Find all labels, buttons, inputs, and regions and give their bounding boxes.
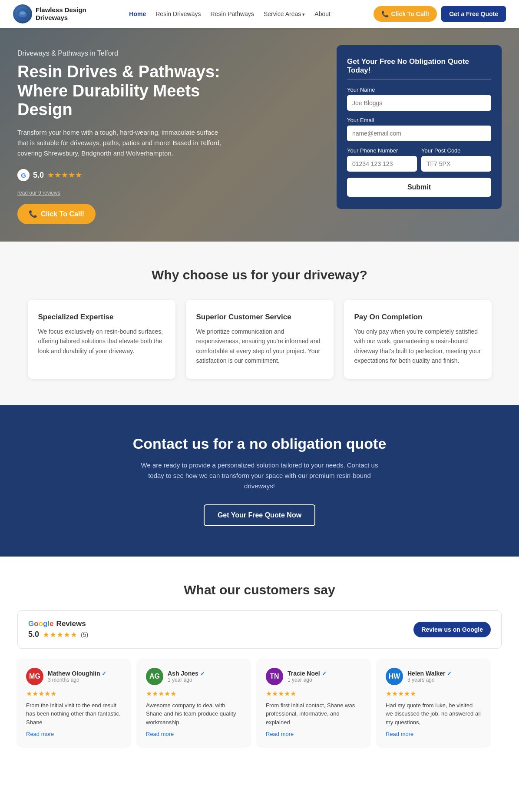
reviews-overall-rating: 5.0	[28, 630, 39, 639]
quote-form: Get Your Free No Obligation Quote Today!…	[337, 45, 502, 209]
review-0-stars: ★★★★★	[26, 689, 122, 698]
review-0-time: 3 months ago	[48, 677, 106, 683]
google-reviews-label: Google Reviews	[28, 620, 88, 628]
read-reviews-link[interactable]: read our 9 reviews	[17, 190, 226, 196]
reviews-heading: What our customers say	[17, 583, 502, 597]
review-0-text: From the initial visit to the end result…	[26, 701, 122, 727]
google-icon: G	[17, 169, 30, 181]
nav-resin-driveways[interactable]: Resin Driveways	[155, 10, 201, 17]
hero-call-button[interactable]: 📞 Click To Call!	[17, 204, 96, 224]
phone-field-group: Your Phone Number	[347, 147, 417, 172]
review-1-avatar: AG	[146, 668, 163, 685]
why-card-0-title: Specialized Expertise	[38, 313, 165, 321]
why-card-1: Superior Customer Service We prioritize …	[186, 300, 334, 379]
why-card-0: Specialized Expertise We focus exclusive…	[28, 300, 175, 379]
phone-input[interactable]	[347, 156, 417, 172]
google-colored-g: Google	[28, 620, 54, 628]
why-card-2-desc: You only pay when you're completely sati…	[354, 327, 481, 366]
review-card-0: MG Mathew Oloughlin ✓ 3 months ago ★★★★★…	[17, 659, 130, 747]
review-0-read-more[interactable]: Read more	[26, 731, 54, 737]
postcode-label: Your Post Code	[421, 147, 491, 154]
review-1-stars: ★★★★★	[146, 689, 241, 698]
review-2-text: From first initial contact, Shane was pr…	[266, 701, 361, 727]
email-label: Your Email	[347, 117, 491, 123]
form-divider	[347, 79, 491, 80]
name-field-group: Your Name	[347, 86, 491, 111]
why-card-1-title: Superior Customer Service	[196, 313, 323, 321]
review-3-avatar: HW	[386, 668, 403, 685]
hero-desc: Transform your home with a tough, hard-w…	[17, 127, 226, 159]
why-cards: Specialized Expertise We focus exclusive…	[17, 300, 502, 379]
hero-stars: ★★★★★	[47, 170, 82, 180]
nav-home[interactable]: Home	[129, 10, 146, 17]
why-heading: Why choose us for your driveway?	[17, 268, 502, 282]
review-3-meta: Helen Walker ✓ 3 years ago	[407, 670, 452, 683]
reviews-count: (5)	[81, 631, 88, 638]
review-2-read-more[interactable]: Read more	[266, 731, 294, 737]
review-1-text: Awesome company to deal with. Shane and …	[146, 701, 241, 727]
reviews-section: What our customers say Google Reviews 5.…	[0, 557, 519, 773]
why-card-2-title: Pay On Completion	[354, 313, 481, 321]
reviews-label-text: Reviews	[56, 620, 86, 628]
review-2-stars: ★★★★★	[266, 689, 361, 698]
email-field-group: Your Email	[347, 117, 491, 141]
phone-icon: 📞	[381, 10, 389, 17]
email-input[interactable]	[347, 126, 491, 141]
cta-heading: Contact us for a no obligation quote	[17, 435, 502, 452]
nav-resin-pathways[interactable]: Resin Pathways	[210, 10, 254, 17]
review-2-name: Tracie Noel ✓	[288, 670, 327, 677]
review-2-time: 1 year ago	[288, 677, 327, 683]
review-google-button[interactable]: Review us on Google	[413, 622, 491, 637]
review-2-verified: ✓	[322, 670, 327, 677]
review-0-verified: ✓	[102, 670, 106, 677]
nav-about[interactable]: About	[314, 10, 331, 17]
review-0-avatar: MG	[26, 668, 43, 685]
reviews-header: Google Reviews 5.0 ★★★★★ (5) Review us o…	[17, 610, 502, 649]
postcode-input[interactable]	[421, 156, 491, 172]
phone-icon: 📞	[29, 210, 37, 218]
name-label: Your Name	[347, 86, 491, 93]
cta-section: Contact us for a no obligation quote We …	[0, 405, 519, 557]
nav-links: Home Resin Driveways Resin Pathways Serv…	[129, 10, 331, 17]
form-title: Get Your Free No Obligation Quote Today!	[347, 57, 491, 75]
submit-button[interactable]: Submit	[347, 178, 491, 197]
phone-label: Your Phone Number	[347, 147, 417, 154]
cta-quote-button[interactable]: Get Your Free Quote Now	[204, 504, 315, 526]
reviews-header-left: Google Reviews 5.0 ★★★★★ (5)	[28, 620, 88, 640]
review-0-name: Mathew Oloughlin ✓	[48, 670, 106, 677]
logo[interactable]: Flawless Design Driveways	[13, 4, 86, 23]
logo-icon	[13, 4, 32, 23]
hero-left: Driveways & Pathways in Telford Resin Dr…	[17, 45, 226, 224]
review-3-read-more[interactable]: Read more	[386, 731, 413, 737]
nav-service-areas[interactable]: Service Areas	[264, 10, 305, 17]
hero-tag: Driveways & Pathways in Telford	[17, 50, 226, 57]
why-card-0-desc: We focus exclusively on resin-bound surf…	[38, 327, 165, 356]
review-card-0-header: MG Mathew Oloughlin ✓ 3 months ago	[26, 668, 122, 685]
navbar: Flawless Design Driveways Home Resin Dri…	[0, 0, 519, 28]
review-card-2-header: TN Tracie Noel ✓ 1 year ago	[266, 668, 361, 685]
nav-call-button[interactable]: 📞 Click To Call!	[374, 6, 437, 22]
svg-point-2	[20, 11, 26, 15]
review-card-3: HW Helen Walker ✓ 3 years ago ★★★★★ Had …	[377, 659, 490, 747]
review-3-name: Helen Walker ✓	[407, 670, 452, 677]
review-0-meta: Mathew Oloughlin ✓ 3 months ago	[48, 670, 106, 683]
review-1-read-more[interactable]: Read more	[146, 731, 174, 737]
cta-desc: We are ready to provide a personalized s…	[134, 460, 386, 491]
hero-section: Driveways & Pathways in Telford Resin Dr…	[0, 28, 519, 242]
nav-quote-button[interactable]: Get a Free Quote	[441, 6, 506, 22]
postcode-field-group: Your Post Code	[421, 147, 491, 172]
phone-postcode-row: Your Phone Number Your Post Code	[347, 147, 491, 178]
review-1-verified: ✓	[200, 670, 205, 677]
review-3-stars: ★★★★★	[386, 689, 481, 698]
review-1-meta: Ash Jones ✓ 1 year ago	[168, 670, 205, 683]
review-cards: MG Mathew Oloughlin ✓ 3 months ago ★★★★★…	[17, 659, 502, 747]
hero-title: Resin Drives & Pathways: Where Durabilit…	[17, 63, 226, 119]
review-card-3-header: HW Helen Walker ✓ 3 years ago	[386, 668, 481, 685]
hero-rating: G 5.0 ★★★★★	[17, 169, 226, 181]
review-3-text: Had my quote from luke, he visited we di…	[386, 701, 481, 727]
name-input[interactable]	[347, 95, 491, 111]
logo-text: Flawless Design Driveways	[36, 6, 86, 22]
why-card-2: Pay On Completion You only pay when you'…	[344, 300, 492, 379]
why-section: Why choose us for your driveway? Special…	[0, 242, 519, 405]
review-1-name: Ash Jones ✓	[168, 670, 205, 677]
